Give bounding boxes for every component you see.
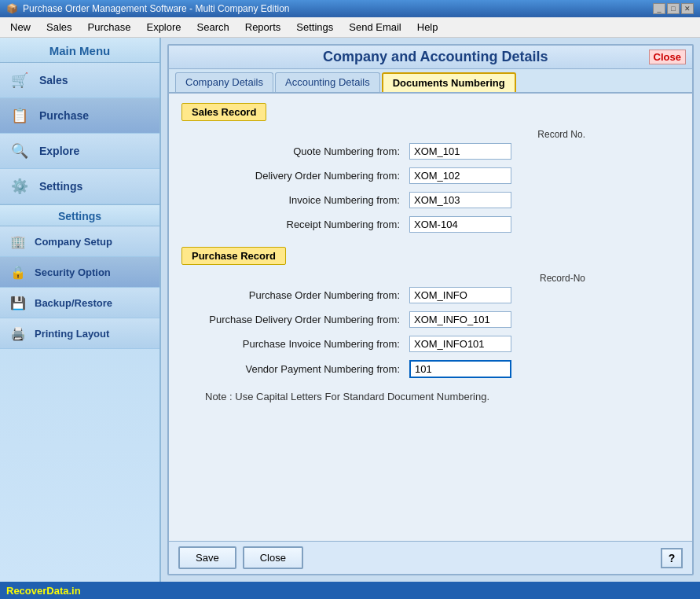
- sales-record-label: Sales Record: [181, 103, 266, 121]
- sidebar-item-sales[interactable]: 🛒 Sales: [0, 63, 159, 98]
- purchase-delivery-numbering-row: Purchase Delivery Order Numbering from:: [181, 311, 680, 328]
- save-button[interactable]: Save: [178, 546, 236, 569]
- sidebar-settings-label: Settings: [39, 180, 82, 193]
- tabs: Company Details Accounting Details Docum…: [169, 69, 692, 94]
- sidebar-title: Main Menu: [0, 38, 159, 63]
- security-option-icon: 🔒: [8, 262, 28, 282]
- titlebar: 📦 Purchase Order Management Software - M…: [0, 0, 700, 17]
- vendor-payment-numbering-label: Vendor Payment Numbering from:: [205, 363, 409, 375]
- sidebar-item-backup-restore[interactable]: 💾 Backup/Restore: [0, 288, 159, 318]
- sidebar-item-purchase[interactable]: 📋 Purchase: [0, 98, 159, 134]
- dialog: Company and Accounting Details Close Com…: [167, 44, 694, 575]
- purchase-record-label: Purchase Record: [181, 247, 286, 265]
- menu-send-email[interactable]: Send Email: [342, 19, 408, 35]
- purchase-invoice-numbering-row: Purchase Invoice Numbering from:: [181, 336, 680, 352]
- purchase-order-numbering-row: Purchase Order Numbering from:: [181, 287, 680, 303]
- dialog-header: Company and Accounting Details Close: [169, 46, 692, 69]
- sidebar-item-printing-layout[interactable]: 🖨️ Printing Layout: [0, 318, 159, 349]
- quote-numbering-label: Quote Numbering from:: [205, 145, 409, 157]
- dialog-title: Company and Accounting Details: [222, 49, 649, 65]
- bottom-bar-buttons: Save Close: [178, 546, 303, 569]
- menu-search[interactable]: Search: [190, 19, 236, 35]
- settings-icon: ⚙️: [8, 175, 31, 198]
- footer: RecoverData.in: [0, 582, 700, 599]
- sidebar-item-explore[interactable]: 🔍 Explore: [0, 134, 159, 169]
- footer-text: RecoverData.in: [6, 585, 81, 597]
- receipt-numbering-label: Receipt Numbering from:: [205, 219, 409, 230]
- vendor-payment-numbering-input[interactable]: [409, 360, 511, 378]
- explore-icon: 🔍: [8, 139, 31, 163]
- minimize-button[interactable]: _: [653, 3, 665, 14]
- quote-numbering-row: Quote Numbering from:: [181, 143, 680, 160]
- sidebar-sales-label: Sales: [39, 74, 68, 86]
- sales-record-section: Sales Record Record No. Quote Numbering …: [181, 103, 680, 233]
- close-button[interactable]: Close: [243, 546, 303, 569]
- tab-company-details[interactable]: Company Details: [175, 72, 273, 92]
- window-close-button[interactable]: ✕: [681, 3, 694, 14]
- menu-settings[interactable]: Settings: [289, 19, 340, 35]
- receipt-numbering-input[interactable]: [409, 216, 511, 233]
- form-area: Sales Record Record No. Quote Numbering …: [169, 94, 692, 541]
- company-setup-icon: 🏢: [8, 231, 28, 252]
- dialog-close-button[interactable]: Close: [649, 50, 686, 64]
- backup-restore-icon: 💾: [8, 292, 28, 313]
- tab-accounting-details[interactable]: Accounting Details: [275, 72, 380, 92]
- printing-layout-label: Printing Layout: [35, 328, 109, 340]
- menu-help[interactable]: Help: [410, 19, 445, 35]
- menu-explore[interactable]: Explore: [139, 19, 188, 35]
- purchase-delivery-numbering-label: Purchase Delivery Order Numbering from:: [205, 314, 409, 325]
- note-text: Note : Use Capital Letters For Standard …: [181, 391, 680, 402]
- purchase-order-numbering-input[interactable]: [409, 287, 511, 303]
- sidebar-item-security-option[interactable]: 🔒 Security Option: [0, 257, 159, 288]
- help-button[interactable]: ?: [661, 548, 683, 568]
- tab-documents-numbering[interactable]: Documents Numbering: [382, 72, 516, 92]
- menu-new[interactable]: New: [3, 19, 38, 35]
- quote-numbering-input[interactable]: [409, 143, 511, 160]
- invoice-numbering-input[interactable]: [409, 192, 511, 208]
- sales-record-header: Record No.: [181, 129, 680, 140]
- delivery-order-numbering-row: Delivery Order Numbering from:: [181, 167, 680, 184]
- backup-restore-label: Backup/Restore: [35, 297, 112, 309]
- menu-purchase[interactable]: Purchase: [81, 19, 138, 35]
- titlebar-left: 📦 Purchase Order Management Software - M…: [6, 3, 290, 14]
- purchase-delivery-numbering-input[interactable]: [409, 311, 511, 328]
- invoice-numbering-label: Invoice Numbering from:: [205, 194, 409, 206]
- delivery-order-numbering-label: Delivery Order Numbering from:: [205, 170, 409, 182]
- sidebar-explore-label: Explore: [39, 145, 79, 157]
- app-icon: 📦: [6, 3, 18, 14]
- titlebar-controls: _ □ ✕: [653, 3, 694, 14]
- purchase-record-header: Record-No: [181, 273, 680, 284]
- company-setup-label: Company Setup: [35, 236, 112, 248]
- menu-reports[interactable]: Reports: [238, 19, 288, 35]
- purchase-invoice-numbering-input[interactable]: [409, 336, 511, 352]
- purchase-order-numbering-label: Purchase Order Numbering from:: [205, 289, 409, 301]
- sales-icon: 🛒: [8, 68, 31, 92]
- menu-sales[interactable]: Sales: [39, 19, 79, 35]
- sidebar: Main Menu 🛒 Sales 📋 Purchase 🔍 Explore ⚙…: [0, 38, 161, 582]
- settings-section-title: Settings: [0, 204, 159, 226]
- sidebar-item-settings[interactable]: ⚙️ Settings: [0, 169, 159, 204]
- main-layout: Main Menu 🛒 Sales 📋 Purchase 🔍 Explore ⚙…: [0, 38, 700, 582]
- purchase-invoice-numbering-label: Purchase Invoice Numbering from:: [205, 338, 409, 350]
- invoice-numbering-row: Invoice Numbering from:: [181, 192, 680, 208]
- vendor-payment-numbering-row: Vendor Payment Numbering from:: [181, 360, 680, 378]
- bottom-bar: Save Close ?: [169, 541, 692, 574]
- security-option-label: Security Option: [35, 266, 111, 278]
- purchase-record-section: Purchase Record Record-No Purchase Order…: [181, 247, 680, 378]
- content-area: Company and Accounting Details Close Com…: [161, 38, 700, 582]
- menubar: New Sales Purchase Explore Search Report…: [0, 17, 700, 38]
- receipt-numbering-row: Receipt Numbering from:: [181, 216, 680, 233]
- printing-layout-icon: 🖨️: [8, 323, 28, 344]
- sidebar-purchase-label: Purchase: [39, 109, 89, 122]
- delivery-order-numbering-input[interactable]: [409, 167, 511, 184]
- maximize-button[interactable]: □: [667, 3, 680, 14]
- sidebar-item-company-setup[interactable]: 🏢 Company Setup: [0, 226, 159, 257]
- app-title: Purchase Order Management Software - Mul…: [23, 3, 290, 14]
- purchase-icon: 📋: [8, 104, 31, 127]
